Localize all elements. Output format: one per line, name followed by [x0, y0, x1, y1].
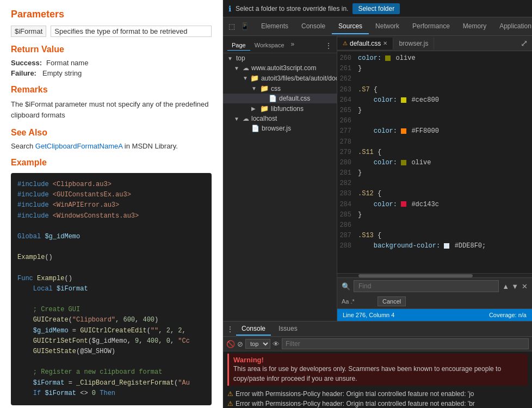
- line-col-status: Line 276, Column 4: [343, 312, 394, 318]
- tab-application[interactable]: Application: [493, 19, 532, 34]
- console-tabs-bar: ⋮ Console Issues: [223, 322, 532, 337]
- folder-icon: 📁: [260, 84, 269, 92]
- warning-text: This area is for use by developers only.…: [233, 364, 523, 384]
- select-folder-button[interactable]: Select folder: [352, 3, 400, 14]
- error-line: ⚠ Error with Permissions-Policy header: …: [227, 389, 528, 399]
- find-prev-arrow[interactable]: ▲: [502, 282, 509, 290]
- console-menu-icon[interactable]: ⋮: [226, 325, 234, 333]
- param-desc: Specifies the type of format to be retri…: [51, 26, 212, 37]
- find-arrows: ▲ ▼: [502, 282, 518, 290]
- tree-label-css: css: [271, 85, 281, 92]
- tree-label-libfunctions: libfunctions: [271, 105, 304, 113]
- panel-body: Page Workspace » ⋮ ▼ top ▼ ☁ www.autoit3…: [223, 36, 532, 321]
- tree-item-autoit3[interactable]: ▼ ☁ www.autoit3script.com: [223, 63, 337, 73]
- return-failure: Failure: Empty string: [11, 69, 212, 77]
- code-tab-default-css[interactable]: ⚠ default.css ✕: [337, 38, 393, 50]
- cloud-icon: ☁: [243, 115, 249, 122]
- devtools-inspect-icon[interactable]: ⬚: [226, 22, 237, 30]
- code-line: 287 .S13 {: [337, 231, 532, 241]
- code-line: 284 color: #dc143c: [337, 200, 532, 210]
- expand-arrow: ▼: [243, 75, 248, 81]
- error-text: Error with Permissions-Policy header: Or…: [236, 390, 474, 398]
- tree-item-libfunctions[interactable]: ▶ 📁 libfunctions: [223, 103, 337, 114]
- expand-arrow: ▼: [227, 55, 234, 61]
- code-line: 288 background-color: #DDE8F0;: [337, 241, 532, 251]
- code-line: 279 .S11 {: [337, 147, 532, 158]
- expand-arrow: ▼: [234, 65, 240, 71]
- info-icon: ℹ: [228, 4, 231, 13]
- tree-tab-page[interactable]: Page: [227, 40, 250, 51]
- remarks-heading: Remarks: [11, 85, 212, 95]
- tree-label-default-css: default.css: [279, 95, 310, 102]
- tree-tab-workspace[interactable]: Workspace: [250, 40, 289, 51]
- close-icon[interactable]: ✕: [383, 40, 387, 46]
- see-also-heading: See Also: [11, 128, 212, 138]
- context-select[interactable]: top: [245, 339, 270, 349]
- horizontal-scrollbar[interactable]: [337, 273, 532, 277]
- param-table: $iFormat Specifies the type of format to…: [11, 26, 212, 37]
- replace-bar: Aa .* Cancel: [337, 294, 532, 309]
- return-success: Success: Format name: [11, 59, 212, 67]
- folder-icon: 📁: [250, 74, 259, 82]
- code-line: 280 color: olive: [337, 158, 532, 168]
- devtools-device-icon[interactable]: 📱: [238, 22, 251, 30]
- code-tab-label-js: browser.js: [399, 40, 428, 47]
- tree-label-localhost: localhost: [251, 115, 277, 122]
- code-tabs-bar: ⚠ default.css ✕ browser.js ⤢: [337, 36, 532, 51]
- code-tab-browser-js[interactable]: browser.js: [393, 38, 434, 50]
- return-value-heading: Return Value: [11, 45, 212, 54]
- tree-more-icon[interactable]: »: [291, 40, 295, 51]
- find-icon: 🔍: [342, 282, 350, 290]
- tree-menu-icon[interactable]: ⋮: [325, 41, 332, 50]
- warning-icon: ⚠: [343, 40, 348, 46]
- tree-item-browser-js[interactable]: 📄 browser.js: [223, 123, 337, 133]
- tab-performance[interactable]: Performance: [406, 19, 456, 34]
- tab-network[interactable]: Network: [369, 19, 406, 34]
- tab-elements[interactable]: Elements: [255, 19, 295, 34]
- tab-console[interactable]: Console: [295, 19, 332, 34]
- tree-item-css-folder[interactable]: ▼ 📁 css: [223, 83, 337, 94]
- code-tab-label: default.css: [350, 40, 381, 47]
- code-line: 265 }: [337, 106, 532, 116]
- tab-sources[interactable]: Sources: [332, 19, 369, 34]
- console-tab-issues[interactable]: Issues: [273, 323, 303, 336]
- clear-console-icon[interactable]: 🚫: [226, 340, 235, 348]
- expand-arrow: [260, 96, 267, 102]
- expand-arrow: ▶: [251, 106, 258, 112]
- right-panel: ℹ Select a folder to store override file…: [223, 0, 532, 408]
- tree-item-docs-folder[interactable]: ▼ 📁 autoit3/files/beta/autoit/docs: [223, 73, 337, 83]
- regex-label: Aa .*: [342, 298, 374, 305]
- filter-input[interactable]: [282, 338, 529, 349]
- code-area[interactable]: 260 color: olive 261 } 262 263 .S7 { 264: [337, 51, 532, 273]
- find-next-arrow[interactable]: ▼: [511, 282, 518, 290]
- code-line: 283 .S12 {: [337, 189, 532, 199]
- tree-item-localhost[interactable]: ▼ ☁ localhost: [223, 114, 337, 123]
- console-body: Warning! This area is for use by develop…: [223, 351, 532, 408]
- example-heading: Example: [11, 158, 212, 168]
- code-panel: ⚠ default.css ✕ browser.js ⤢ 260 color: …: [337, 36, 532, 321]
- tree-item-default-css[interactable]: 📄 default.css: [223, 94, 337, 103]
- warning-icon: ⚠: [227, 400, 233, 407]
- top-bar-text: Select a folder to store override files …: [236, 5, 348, 13]
- tab-memory[interactable]: Memory: [456, 19, 493, 34]
- expand-icon[interactable]: ⤢: [516, 38, 532, 48]
- code-line: 264 color: #cec800: [337, 95, 532, 106]
- code-line: 277 color: #FF8000: [337, 126, 532, 137]
- eye-icon[interactable]: 👁: [273, 340, 280, 348]
- find-input[interactable]: [354, 280, 499, 292]
- devtools-tabs: ⬚ 📱 Elements Console Sources Network Per…: [223, 17, 532, 36]
- code-line: 261 }: [337, 64, 532, 74]
- warning-title: Warning!: [233, 356, 523, 364]
- see-also-link[interactable]: GetClipboardFormatNameA: [35, 142, 122, 150]
- console-tab-console[interactable]: Console: [236, 323, 271, 336]
- left-panel: Parameters $iFormat Specifies the type o…: [0, 0, 223, 408]
- top-bar: ℹ Select a folder to store override file…: [223, 0, 532, 17]
- code-line: 266: [337, 116, 532, 126]
- cancel-button[interactable]: Cancel: [378, 296, 406, 306]
- remarks-text: The $iFormat parameter must not specify …: [11, 99, 212, 120]
- tree-label-autoit3: www.autoit3script.com: [251, 64, 316, 72]
- find-close-icon[interactable]: ✕: [522, 282, 528, 290]
- filter-icon[interactable]: ⊘: [237, 340, 243, 348]
- status-bar: Line 276, Column 4 Coverage: n/a: [337, 309, 532, 321]
- tree-item-top[interactable]: ▼ top: [223, 53, 337, 63]
